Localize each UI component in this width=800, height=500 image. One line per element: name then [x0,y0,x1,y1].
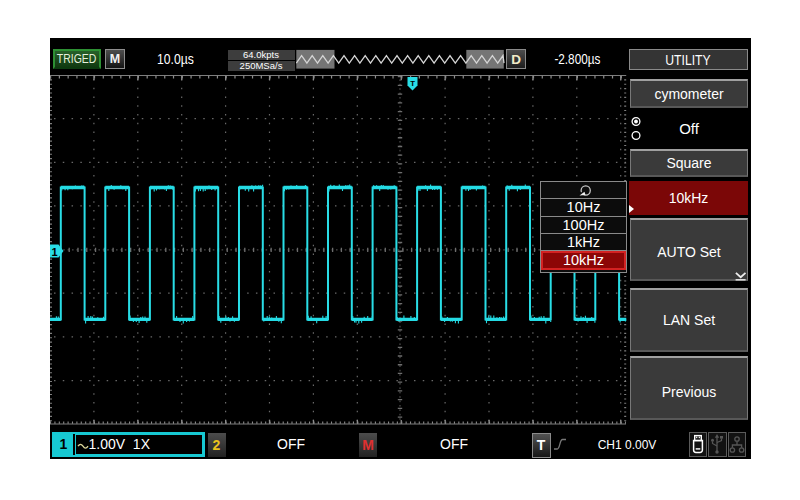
svg-text:1: 1 [51,246,57,258]
svg-text:T: T [410,79,415,88]
